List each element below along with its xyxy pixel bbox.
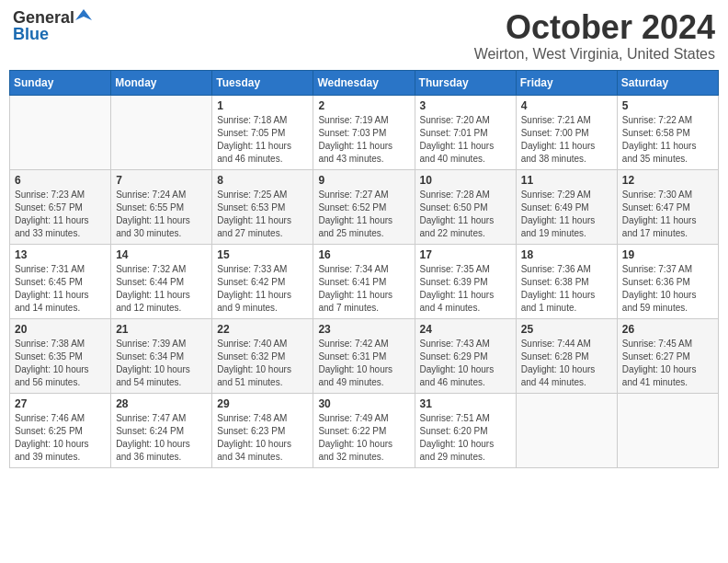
cell-content: Sunrise: 7:51 AM Sunset: 6:20 PM Dayligh… (420, 412, 511, 464)
calendar-cell (617, 393, 718, 467)
day-number: 22 (217, 323, 308, 336)
cell-content: Sunrise: 7:22 AM Sunset: 6:58 PM Dayligh… (622, 114, 713, 166)
cell-content: Sunrise: 7:43 AM Sunset: 6:29 PM Dayligh… (420, 338, 511, 389)
calendar-cell: 15Sunrise: 7:33 AM Sunset: 6:42 PM Dayli… (212, 244, 313, 318)
cell-content: Sunrise: 7:42 AM Sunset: 6:31 PM Dayligh… (318, 338, 409, 389)
logo-general-text: General (13, 9, 74, 26)
cell-content: Sunrise: 7:34 AM Sunset: 6:41 PM Dayligh… (318, 263, 409, 315)
calendar-week-4: 20Sunrise: 7:38 AM Sunset: 6:35 PM Dayli… (10, 318, 719, 393)
calendar-cell: 1Sunrise: 7:18 AM Sunset: 7:05 PM Daylig… (212, 95, 313, 169)
day-number: 18 (521, 248, 612, 261)
cell-content: Sunrise: 7:37 AM Sunset: 6:36 PM Dayligh… (622, 263, 713, 315)
day-header-sunday: Sunday (10, 70, 111, 95)
cell-content: Sunrise: 7:18 AM Sunset: 7:05 PM Dayligh… (217, 114, 308, 166)
calendar-cell (516, 393, 617, 467)
day-number: 26 (622, 323, 713, 336)
location-text: Weirton, West Virginia, United States (474, 46, 715, 63)
day-number: 5 (622, 99, 713, 112)
cell-content: Sunrise: 7:44 AM Sunset: 6:28 PM Dayligh… (521, 338, 612, 389)
day-number: 20 (15, 323, 106, 336)
cell-content: Sunrise: 7:36 AM Sunset: 6:38 PM Dayligh… (521, 263, 612, 315)
day-number: 3 (420, 99, 511, 112)
cell-content: Sunrise: 7:33 AM Sunset: 6:42 PM Dayligh… (217, 263, 308, 315)
logo-bird-icon (75, 7, 92, 24)
day-number: 4 (521, 99, 612, 112)
page-header: General Blue October 2024 Weirton, West … (9, 9, 719, 63)
calendar-cell: 27Sunrise: 7:46 AM Sunset: 6:25 PM Dayli… (10, 393, 111, 467)
calendar-cell: 17Sunrise: 7:35 AM Sunset: 6:39 PM Dayli… (415, 244, 516, 318)
svg-marker-0 (75, 9, 92, 20)
day-header-monday: Monday (111, 70, 212, 95)
cell-content: Sunrise: 7:47 AM Sunset: 6:24 PM Dayligh… (116, 412, 207, 464)
cell-content: Sunrise: 7:45 AM Sunset: 6:27 PM Dayligh… (622, 338, 713, 389)
calendar-week-1: 1Sunrise: 7:18 AM Sunset: 7:05 PM Daylig… (10, 95, 719, 169)
cell-content: Sunrise: 7:21 AM Sunset: 7:00 PM Dayligh… (521, 114, 612, 166)
calendar-cell: 6Sunrise: 7:23 AM Sunset: 6:57 PM Daylig… (10, 169, 111, 244)
day-number: 24 (420, 323, 511, 336)
day-number: 17 (420, 248, 511, 261)
day-header-wednesday: Wednesday (313, 70, 415, 95)
cell-content: Sunrise: 7:28 AM Sunset: 6:50 PM Dayligh… (420, 189, 511, 240)
cell-content: Sunrise: 7:27 AM Sunset: 6:52 PM Dayligh… (318, 189, 409, 240)
day-number: 21 (116, 323, 207, 336)
day-number: 16 (318, 248, 409, 261)
day-number: 8 (217, 174, 308, 187)
calendar-cell: 31Sunrise: 7:51 AM Sunset: 6:20 PM Dayli… (415, 393, 516, 467)
day-number: 23 (318, 323, 409, 336)
day-number: 9 (318, 174, 409, 187)
cell-content: Sunrise: 7:39 AM Sunset: 6:34 PM Dayligh… (116, 338, 207, 389)
calendar-cell: 8Sunrise: 7:25 AM Sunset: 6:53 PM Daylig… (212, 169, 313, 244)
calendar-cell: 24Sunrise: 7:43 AM Sunset: 6:29 PM Dayli… (415, 318, 516, 393)
day-header-thursday: Thursday (415, 70, 516, 95)
calendar-cell: 29Sunrise: 7:48 AM Sunset: 6:23 PM Dayli… (212, 393, 313, 467)
day-header-tuesday: Tuesday (212, 70, 313, 95)
calendar-cell: 25Sunrise: 7:44 AM Sunset: 6:28 PM Dayli… (516, 318, 617, 393)
calendar-cell: 28Sunrise: 7:47 AM Sunset: 6:24 PM Dayli… (111, 393, 212, 467)
day-number: 25 (521, 323, 612, 336)
title-section: October 2024 Weirton, West Virginia, Uni… (474, 9, 715, 63)
cell-content: Sunrise: 7:48 AM Sunset: 6:23 PM Dayligh… (217, 412, 308, 464)
logo-blue-text: Blue (13, 26, 49, 42)
logo: General Blue (13, 9, 92, 42)
calendar-cell: 13Sunrise: 7:31 AM Sunset: 6:45 PM Dayli… (10, 244, 111, 318)
day-header-friday: Friday (516, 70, 617, 95)
calendar-cell: 26Sunrise: 7:45 AM Sunset: 6:27 PM Dayli… (617, 318, 718, 393)
day-number: 13 (15, 248, 106, 261)
cell-content: Sunrise: 7:20 AM Sunset: 7:01 PM Dayligh… (420, 114, 511, 166)
day-headers-row: SundayMondayTuesdayWednesdayThursdayFrid… (10, 70, 719, 95)
day-number: 30 (318, 397, 409, 410)
cell-content: Sunrise: 7:32 AM Sunset: 6:44 PM Dayligh… (116, 263, 207, 315)
cell-content: Sunrise: 7:25 AM Sunset: 6:53 PM Dayligh… (217, 189, 308, 240)
calendar-cell: 2Sunrise: 7:19 AM Sunset: 7:03 PM Daylig… (313, 95, 415, 169)
calendar-week-3: 13Sunrise: 7:31 AM Sunset: 6:45 PM Dayli… (10, 244, 719, 318)
day-number: 1 (217, 99, 308, 112)
calendar-table: SundayMondayTuesdayWednesdayThursdayFrid… (9, 70, 719, 468)
cell-content: Sunrise: 7:19 AM Sunset: 7:03 PM Dayligh… (318, 114, 409, 166)
calendar-cell (10, 95, 111, 169)
calendar-week-2: 6Sunrise: 7:23 AM Sunset: 6:57 PM Daylig… (10, 169, 719, 244)
calendar-cell: 5Sunrise: 7:22 AM Sunset: 6:58 PM Daylig… (617, 95, 718, 169)
cell-content: Sunrise: 7:40 AM Sunset: 6:32 PM Dayligh… (217, 338, 308, 389)
calendar-cell: 22Sunrise: 7:40 AM Sunset: 6:32 PM Dayli… (212, 318, 313, 393)
calendar-cell: 10Sunrise: 7:28 AM Sunset: 6:50 PM Dayli… (415, 169, 516, 244)
day-number: 7 (116, 174, 207, 187)
day-number: 15 (217, 248, 308, 261)
calendar-cell: 14Sunrise: 7:32 AM Sunset: 6:44 PM Dayli… (111, 244, 212, 318)
calendar-cell: 4Sunrise: 7:21 AM Sunset: 7:00 PM Daylig… (516, 95, 617, 169)
day-number: 27 (15, 397, 106, 410)
calendar-cell: 3Sunrise: 7:20 AM Sunset: 7:01 PM Daylig… (415, 95, 516, 169)
month-title: October 2024 (474, 9, 715, 46)
cell-content: Sunrise: 7:46 AM Sunset: 6:25 PM Dayligh… (15, 412, 106, 464)
calendar-cell: 9Sunrise: 7:27 AM Sunset: 6:52 PM Daylig… (313, 169, 415, 244)
calendar-cell: 12Sunrise: 7:30 AM Sunset: 6:47 PM Dayli… (617, 169, 718, 244)
cell-content: Sunrise: 7:35 AM Sunset: 6:39 PM Dayligh… (420, 263, 511, 315)
calendar-cell: 20Sunrise: 7:38 AM Sunset: 6:35 PM Dayli… (10, 318, 111, 393)
calendar-cell: 16Sunrise: 7:34 AM Sunset: 6:41 PM Dayli… (313, 244, 415, 318)
cell-content: Sunrise: 7:29 AM Sunset: 6:49 PM Dayligh… (521, 189, 612, 240)
day-number: 10 (420, 174, 511, 187)
calendar-cell: 30Sunrise: 7:49 AM Sunset: 6:22 PM Dayli… (313, 393, 415, 467)
day-header-saturday: Saturday (617, 70, 718, 95)
calendar-week-5: 27Sunrise: 7:46 AM Sunset: 6:25 PM Dayli… (10, 393, 719, 467)
cell-content: Sunrise: 7:23 AM Sunset: 6:57 PM Dayligh… (15, 189, 106, 240)
day-number: 12 (622, 174, 713, 187)
